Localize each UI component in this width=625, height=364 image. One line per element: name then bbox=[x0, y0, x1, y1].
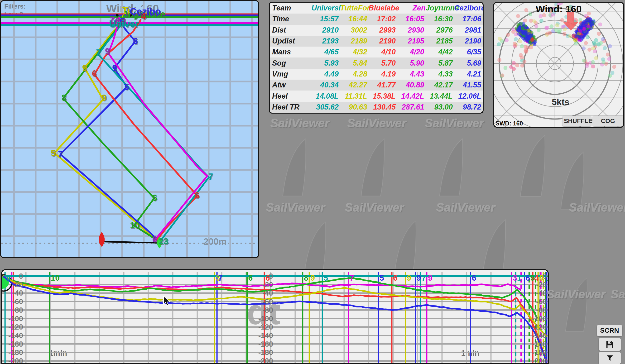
screenshot-button[interactable]: SCRN bbox=[597, 325, 622, 336]
event-marker-label: 7 bbox=[349, 273, 354, 282]
stat-value: 4.21 bbox=[454, 69, 483, 80]
stat-value: 16:30 bbox=[426, 14, 454, 25]
event-marker-label: 9 bbox=[539, 273, 544, 282]
polar-point bbox=[497, 42, 501, 46]
map-label: 6 bbox=[152, 193, 157, 203]
polar-point bbox=[513, 42, 517, 46]
event-marker-label: 6 bbox=[526, 273, 530, 282]
stats-row-heel-tr: Heel TR305.6290.63130.45287.6193.0098.72 bbox=[270, 102, 483, 113]
polar-point bbox=[545, 26, 549, 30]
event-marker-label: 10 bbox=[51, 273, 60, 282]
mouse-cursor bbox=[163, 296, 173, 306]
stat-value: 2189 bbox=[340, 36, 369, 47]
polar-point bbox=[585, 21, 589, 25]
y-tick-label: 0 bbox=[19, 272, 23, 280]
map-label: 6 bbox=[133, 36, 138, 46]
stat-value: 13.44L bbox=[426, 91, 454, 101]
polar-point bbox=[601, 37, 605, 41]
polar-point bbox=[598, 23, 602, 27]
polar-point bbox=[601, 58, 605, 61]
track-zen bbox=[108, 18, 207, 240]
stat-value: 4.19 bbox=[369, 69, 397, 80]
polar-point bbox=[582, 59, 586, 62]
polar-point bbox=[561, 25, 565, 29]
y-tick-label: -40 bbox=[536, 289, 547, 297]
stat-value: 2190 bbox=[454, 36, 483, 47]
y-tick-label: -200 bbox=[8, 357, 23, 364]
y-tick-label: -160 bbox=[8, 340, 23, 348]
polar-point bbox=[527, 32, 531, 36]
stat-value: 2195 bbox=[397, 36, 426, 47]
team-name[interactable]: Zen bbox=[397, 3, 426, 14]
polar-point bbox=[592, 41, 596, 45]
y-tick-label: -40 bbox=[12, 289, 23, 297]
stat-value: 6/35 bbox=[454, 47, 483, 58]
polar-point bbox=[589, 18, 593, 22]
stat-value: 5.84 bbox=[340, 58, 369, 68]
dt-series bbox=[3, 276, 547, 364]
polar-point bbox=[591, 47, 595, 51]
team-name[interactable]: Cezibord bbox=[454, 3, 483, 14]
dt-line-chart: 0-20-40-60-80-100-120-140-160-180-2000-2… bbox=[2, 270, 548, 364]
stat-value: 2193 bbox=[312, 36, 340, 47]
filter-button[interactable] bbox=[599, 352, 621, 364]
dt-chart-panel[interactable]: dt 1min 1min 0-20-40-60-80-100-120-140-1… bbox=[1, 269, 549, 364]
stats-row-updist: Updist219321892190219521852190 bbox=[270, 36, 483, 47]
polar-point bbox=[585, 64, 589, 68]
stat-value: 17:02 bbox=[369, 14, 397, 25]
sailviewer-watermark: SailViewer bbox=[569, 201, 625, 214]
stat-value: 4/65 bbox=[312, 47, 340, 58]
event-marker-label: 0 bbox=[6, 273, 11, 282]
polar-point bbox=[596, 42, 600, 46]
polar-point bbox=[545, 31, 549, 36]
race-map-panel[interactable]: Filters: Leg: 2 Wind: 160 200m 779966996… bbox=[0, 0, 259, 258]
cog-button[interactable]: COG bbox=[593, 116, 623, 126]
stat-row-label: Updist bbox=[270, 36, 312, 47]
sailviewer-watermark: SailViewer bbox=[270, 117, 329, 130]
floppy-disk-icon bbox=[605, 340, 614, 349]
stat-value: 305.62 bbox=[312, 102, 340, 113]
polar-point bbox=[597, 31, 601, 36]
event-marker-label: 7 bbox=[421, 273, 426, 282]
stat-row-label: Vmg bbox=[270, 69, 312, 80]
stat-value: 14.42L bbox=[397, 91, 426, 101]
y-tick-label: -180 bbox=[8, 348, 23, 357]
sail-silhouette bbox=[283, 139, 306, 196]
polar-point bbox=[603, 46, 607, 50]
stat-value: 4/10 bbox=[369, 47, 397, 58]
stat-value: 40.34 bbox=[312, 80, 340, 91]
polar-point bbox=[588, 48, 592, 52]
polar-point bbox=[558, 28, 562, 32]
event-marker-label: 7 bbox=[218, 273, 223, 282]
team-name[interactable]: Bluelabe bbox=[369, 3, 397, 14]
polar-speed-ring-label: 5kts bbox=[552, 97, 569, 107]
map-label: 23 bbox=[159, 236, 168, 246]
sailviewer-watermark: SailViewer bbox=[425, 117, 484, 130]
team-name[interactable]: Universi bbox=[312, 3, 340, 14]
stat-value: 11.31L bbox=[340, 91, 369, 101]
polar-point bbox=[538, 14, 543, 18]
map-grid bbox=[1, 1, 259, 258]
shuffle-button[interactable]: SHUFFLE bbox=[562, 116, 591, 126]
stat-value: 40.89 bbox=[397, 80, 426, 91]
y-tick-label: -100 bbox=[532, 315, 547, 323]
save-button[interactable] bbox=[599, 338, 621, 351]
stat-row-label: Mans bbox=[270, 47, 312, 58]
polar-point bbox=[520, 44, 524, 48]
sail-silhouette bbox=[440, 139, 463, 196]
stat-value: 12.06L bbox=[454, 91, 483, 101]
stat-value: 93.00 bbox=[426, 102, 454, 113]
stat-row-label: Dist bbox=[270, 25, 312, 36]
polar-point bbox=[555, 23, 559, 27]
polar-plot-panel[interactable]: Wind: 160 5kts SWD: 160 SHUFFLE COG bbox=[493, 2, 624, 128]
sailviewer-watermark: SailViewer bbox=[347, 117, 406, 130]
event-marker-label: 6 bbox=[393, 273, 398, 282]
team-name[interactable]: Joyrunne bbox=[426, 3, 454, 14]
polar-point bbox=[549, 24, 554, 28]
team-stats-panel[interactable]: TeamUniversiTuttaForBluelabeZenJoyrunneC… bbox=[269, 2, 484, 114]
map-label: 7 bbox=[58, 149, 63, 159]
team-name[interactable]: TuttaFor bbox=[340, 3, 369, 14]
polar-point bbox=[532, 19, 536, 23]
sail-silhouette bbox=[304, 222, 326, 275]
map-label: 9 bbox=[105, 47, 110, 56]
